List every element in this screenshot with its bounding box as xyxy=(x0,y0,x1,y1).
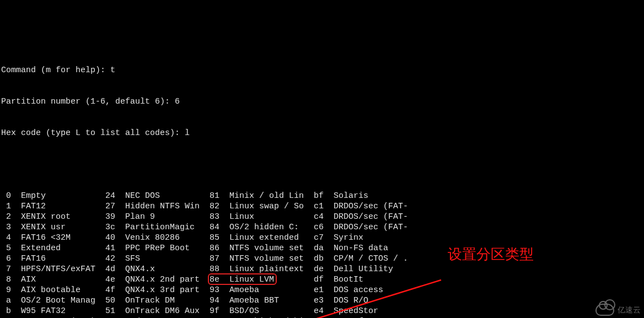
watermark-text: 亿速云 xyxy=(618,305,641,315)
prompt-command: Command (m for help): t xyxy=(1,65,643,76)
table-row: 1 FAT12 27 Hidden NTFS Win 82 Linux swap… xyxy=(1,201,643,212)
terminal-screen[interactable]: Command (m for help): t Partition number… xyxy=(0,42,644,318)
table-row: 0 Empty 24 NEC DOS 81 Minix / old Lin bf… xyxy=(1,191,643,201)
watermark: 亿速云 xyxy=(595,304,641,316)
table-row: 5 Extended 41 PPC PReP Boot 86 NTFS volu… xyxy=(1,243,643,254)
table-row: 9 AIX bootable 4f QNX4.x 3rd part 93 Amo… xyxy=(1,285,643,295)
blank-line xyxy=(1,159,643,170)
prompt-command-label: Command (m for help): xyxy=(1,66,110,75)
table-row: 3 XENIX usr 3c PartitionMagic 84 OS/2 hi… xyxy=(1,222,643,233)
table-row: 8 AIX 4e QNX4.x 2nd part 8e Linux LVM df… xyxy=(1,274,643,285)
cloud-icon xyxy=(595,304,614,316)
table-row: 6 FAT16 42 SFS 87 NTFS volume set db CP/… xyxy=(1,254,643,264)
prompt-command-input: t xyxy=(110,66,115,75)
prompt-hexcode-1: Hex code (type L to list all codes): l xyxy=(1,128,643,138)
table-row: 7 HPFS/NTFS/exFAT 4d QNX4.x 88 Linux pla… xyxy=(1,264,643,274)
prompt-partition: Partition number (1-6, default 6): 6 xyxy=(1,96,643,107)
table-row: 2 XENIX root 39 Plan 9 83 Linux c4 DRDOS… xyxy=(1,212,643,222)
prompt-partition-input: 6 xyxy=(175,97,180,106)
partition-type-table: 0 Empty 24 NEC DOS 81 Minix / old Lin bf… xyxy=(1,191,643,318)
prompt-hexcode-1-input: l xyxy=(185,128,190,138)
prompt-partition-label: Partition number (1-6, default 6): xyxy=(1,97,175,106)
table-row: b W95 FAT32 51 OnTrack DM6 Aux 9f BSD/OS… xyxy=(1,306,643,316)
table-row: 4 FAT16 <32M 40 Venix 80286 85 Linux ext… xyxy=(1,233,643,243)
table-row: a OS/2 Boot Manag 50 OnTrack DM 94 Amoeb… xyxy=(1,295,643,306)
prompt-hexcode-1-label: Hex code (type L to list all codes): xyxy=(1,128,185,138)
